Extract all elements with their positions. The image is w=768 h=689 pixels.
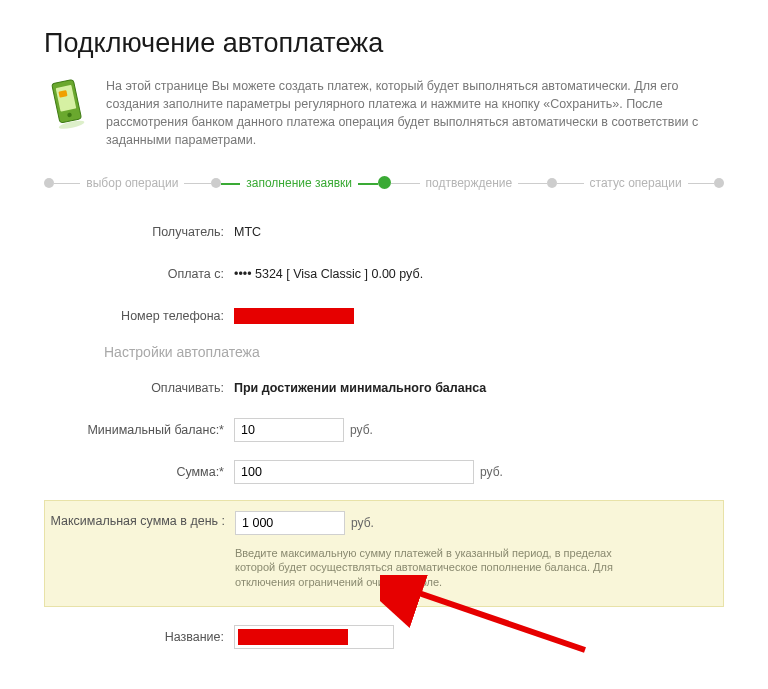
form-area: Получатель: МТС Оплата с: •••• 5324 [ Vi… <box>44 218 724 652</box>
step-dot-5 <box>714 178 724 188</box>
recipient-value: МТС <box>234 225 261 239</box>
row-recipient: Получатель: МТС <box>44 218 724 246</box>
row-name: Название: <box>44 623 724 651</box>
maxday-unit: руб. <box>351 516 374 530</box>
payfrom-value: •••• 5324 [ Visa Classic ] 0.00 руб. <box>234 267 423 281</box>
name-label: Название: <box>44 630 234 644</box>
step-1: выбор операции <box>54 176 211 190</box>
payfrom-label: Оплата с: <box>44 267 234 281</box>
step-dot-3 <box>378 176 391 189</box>
page-title: Подключение автоплатежа <box>44 28 724 59</box>
paywhen-value: При достижении минимального баланса <box>234 381 486 395</box>
progress-stepper: выбор операции заполнение заявки подтвер… <box>44 176 724 190</box>
row-payfrom: Оплата с: •••• 5324 [ Visa Classic ] 0.0… <box>44 260 724 288</box>
maxday-input[interactable] <box>235 511 345 535</box>
minbal-unit: руб. <box>350 423 373 437</box>
maxday-label: Максимальная сумма в день : <box>45 511 235 529</box>
autopay-settings-title: Настройки автоплатежа <box>104 344 724 360</box>
max-per-day-block: Максимальная сумма в день : руб. Введите… <box>44 500 724 608</box>
row-minbal: Минимальный баланс:* руб. <box>44 416 724 444</box>
sum-unit: руб. <box>480 465 503 479</box>
minbal-label: Минимальный баланс:* <box>44 423 234 437</box>
row-paywhen: Оплачивать: При достижении минимального … <box>44 374 724 402</box>
row-sum: Сумма:* руб. <box>44 458 724 486</box>
intro-text: На этой странице Вы можете создать плате… <box>106 77 724 150</box>
minbal-input[interactable] <box>234 418 344 442</box>
redacted-name <box>238 629 348 645</box>
step-3: подтверждение <box>391 176 548 190</box>
redacted-phone <box>234 308 354 324</box>
row-phone: Номер телефона: <box>44 302 724 330</box>
sum-input[interactable] <box>234 460 474 484</box>
step-4: статус операции <box>557 176 714 190</box>
step-dot-1 <box>44 178 54 188</box>
maxday-hint: Введите максимальную сумму платежей в ук… <box>235 546 655 591</box>
phone-device-icon <box>44 77 92 129</box>
recipient-label: Получатель: <box>44 225 234 239</box>
step-dot-4 <box>547 178 557 188</box>
paywhen-label: Оплачивать: <box>44 381 234 395</box>
intro-block: На этой странице Вы можете создать плате… <box>44 77 724 150</box>
sum-label: Сумма:* <box>44 465 234 479</box>
step-2: заполнение заявки <box>221 176 378 190</box>
step-dot-2 <box>211 178 221 188</box>
phone-label: Номер телефона: <box>44 309 234 323</box>
phone-value <box>234 308 354 324</box>
